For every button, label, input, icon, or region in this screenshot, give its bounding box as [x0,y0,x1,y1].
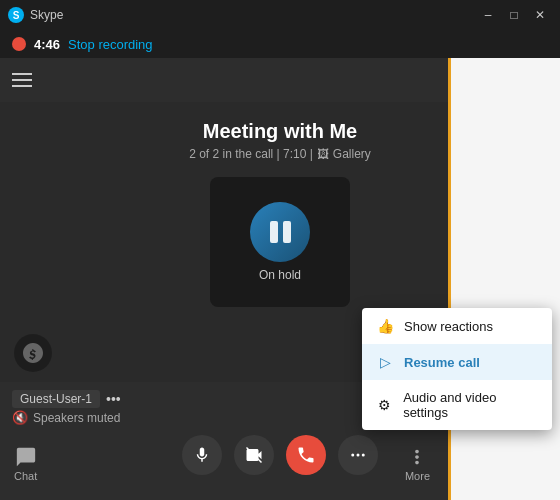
audio-video-label: Audio and video settings [403,390,538,420]
meeting-meta: 2 of 2 in the call | 7:10 | 🖼 Gallery [189,147,371,161]
meeting-meta-text: 2 of 2 in the call | 7:10 | [189,147,313,161]
chat-icon [15,446,37,468]
maximize-button[interactable]: □ [502,5,526,25]
on-hold-label: On hold [259,268,301,282]
more-area[interactable]: More [405,446,430,482]
svg-point-5 [357,454,360,457]
on-hold-inner: On hold [250,202,310,282]
gallery-link[interactable]: Gallery [333,147,371,161]
stop-recording-button[interactable]: Stop recording [68,37,153,52]
resume-icon: ▷ [376,354,394,370]
title-bar-left: S Skype [8,7,63,23]
app-icon: S [8,7,24,23]
more-options-button[interactable] [338,435,378,475]
on-hold-card: On hold [210,177,350,307]
pause-bar-left [270,221,278,243]
chat-label: Chat [14,470,37,482]
pause-overlay [250,202,310,262]
resume-call-item[interactable]: ▷ Resume call [362,344,552,380]
skype-watermark [14,334,52,372]
chat-area[interactable]: Chat [14,446,37,482]
recording-bar: 4:46 Stop recording [0,30,560,58]
more-label: More [405,470,430,482]
resume-call-label: Resume call [404,355,480,370]
svg-point-6 [362,454,365,457]
svg-point-4 [351,454,354,457]
meeting-title: Meeting with Me [203,120,357,143]
show-reactions-item[interactable]: 👍 Show reactions [362,308,552,344]
mute-button[interactable] [182,435,222,475]
audio-video-settings-item[interactable]: ⚙ Audio and video settings [362,380,552,430]
video-toggle-button[interactable] [234,435,274,475]
pause-bar-right [283,221,291,243]
right-panel [448,58,560,500]
close-button[interactable]: ✕ [528,5,552,25]
speaker-muted-icon: 🔇 [12,410,28,425]
reactions-icon: 👍 [376,318,394,334]
hamburger-menu-button[interactable] [12,73,32,87]
minimize-button[interactable]: – [476,5,500,25]
context-menu: 👍 Show reactions ▷ Resume call ⚙ Audio a… [362,308,552,430]
guest-tag: Guest-User-1 [12,390,100,408]
pause-bars [270,221,291,243]
participant-avatar [250,202,310,262]
recording-dot [12,37,26,51]
guest-options-button[interactable]: ••• [106,391,121,407]
recording-time: 4:46 [34,37,60,52]
app-title: Skype [30,8,63,22]
end-call-button[interactable] [286,435,326,475]
more-icon [406,446,428,468]
title-bar: S Skype – □ ✕ [0,0,560,30]
settings-icon: ⚙ [376,397,393,413]
gallery-icon: 🖼 [317,147,329,161]
speakers-muted-label: Speakers muted [33,411,120,425]
show-reactions-label: Show reactions [404,319,493,334]
window-controls: – □ ✕ [476,5,552,25]
